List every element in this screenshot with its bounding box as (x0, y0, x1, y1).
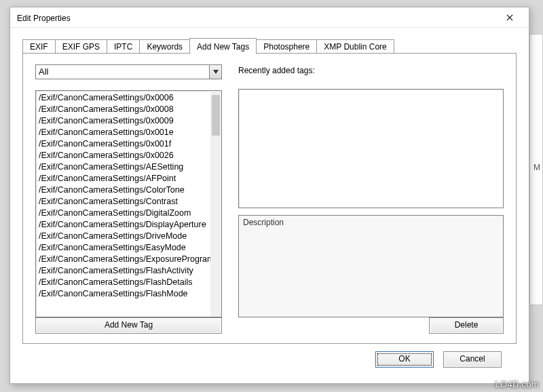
description-label: Description (243, 218, 284, 227)
tags-listbox[interactable]: /Exif/CanonCameraSettings/0x0006/Exif/Ca… (35, 90, 222, 317)
description-box: Description (238, 215, 504, 317)
list-item[interactable]: /Exif/CanonCameraSettings/DisplayApertur… (37, 219, 210, 231)
tab-keywords[interactable]: Keywords (139, 39, 190, 54)
tab-iptc[interactable]: IPTC (107, 39, 140, 54)
left-column: All /Exif/CanonCameraSettings/0x0006/Exi… (35, 64, 222, 334)
chevron-down-icon[interactable] (209, 65, 221, 79)
list-item[interactable]: /Exif/CanonCameraSettings/0x001f (37, 138, 210, 150)
right-column: Recently added tags: Description Delete (238, 64, 504, 334)
tab-xmp-dublin-core[interactable]: XMP Dublin Core (316, 39, 394, 54)
close-button[interactable] (496, 9, 523, 26)
list-item[interactable]: /Exif/CanonCameraSettings/FlashMode (37, 288, 210, 300)
scrollbar-thumb[interactable] (212, 95, 220, 136)
list-item[interactable]: /Exif/CanonCameraSettings/0x001e (37, 127, 210, 138)
list-item[interactable]: /Exif/CanonCameraSettings/0x0026 (37, 150, 210, 161)
list-item[interactable]: /Exif/CanonCameraSettings/AESetting (37, 161, 210, 173)
ok-button[interactable]: OK (375, 351, 434, 368)
tags-listbox-inner: /Exif/CanonCameraSettings/0x0006/Exif/Ca… (36, 91, 210, 317)
list-item[interactable]: /Exif/CanonCameraSettings/DigitalZoom (37, 208, 210, 219)
list-item[interactable]: /Exif/CanonCameraSettings/EasyMode (37, 242, 210, 254)
dialog-client: EXIF EXIF GPS IPTC Keywords Add New Tags… (10, 28, 529, 383)
list-item[interactable]: /Exif/CanonCameraSettings/ColorTone (37, 184, 210, 196)
recently-added-label: Recently added tags: (238, 64, 504, 79)
cancel-button[interactable]: Cancel (443, 351, 502, 368)
add-new-tag-button[interactable]: Add New Tag (35, 317, 222, 334)
list-item[interactable]: /Exif/CanonCameraSettings/AFPoint (37, 173, 210, 184)
tab-exif[interactable]: EXIF (22, 39, 56, 54)
list-item[interactable]: /Exif/CanonCameraSettings/ExposureProgra… (37, 254, 210, 265)
tabstrip: EXIF EXIF GPS IPTC Keywords Add New Tags… (22, 37, 517, 54)
list-item[interactable]: /Exif/CanonCameraSettings/0x0009 (37, 115, 210, 127)
window-title: Edit Properties (17, 12, 496, 23)
watermark: LO4D.com (495, 379, 539, 389)
list-item[interactable]: /Exif/CanonCameraSettings/DriveMode (37, 231, 210, 242)
dialog-footer: OK Cancel (22, 344, 517, 375)
recently-added-listbox[interactable] (238, 89, 504, 208)
titlebar: Edit Properties (10, 7, 529, 28)
list-item[interactable]: /Exif/CanonCameraSettings/FlashActivity (37, 265, 210, 277)
filter-combo[interactable]: All (35, 64, 222, 79)
backdrop-text: M (533, 163, 540, 172)
filter-combo-value: All (36, 65, 209, 79)
scrollbar-vertical[interactable] (210, 91, 221, 317)
tab-add-new-tags[interactable]: Add New Tags (189, 38, 257, 54)
list-item[interactable]: /Exif/CanonCameraSettings/0x0008 (37, 104, 210, 115)
tab-photosphere[interactable]: Photosphere (256, 39, 317, 54)
list-item[interactable]: /Exif/CanonCameraSettings/Contrast (37, 196, 210, 208)
delete-row: Delete (238, 317, 504, 334)
list-item[interactable]: /Exif/CanonCameraSettings/0x0006 (37, 92, 210, 104)
tab-panel-add-new-tags: All /Exif/CanonCameraSettings/0x0006/Exi… (22, 53, 517, 344)
tab-exif-gps[interactable]: EXIF GPS (55, 39, 107, 54)
delete-button[interactable]: Delete (429, 317, 504, 334)
edit-properties-dialog: Edit Properties EXIF EXIF GPS IPTC Keywo… (10, 7, 529, 384)
list-item[interactable]: /Exif/CanonCameraSettings/FlashDetails (37, 277, 210, 288)
